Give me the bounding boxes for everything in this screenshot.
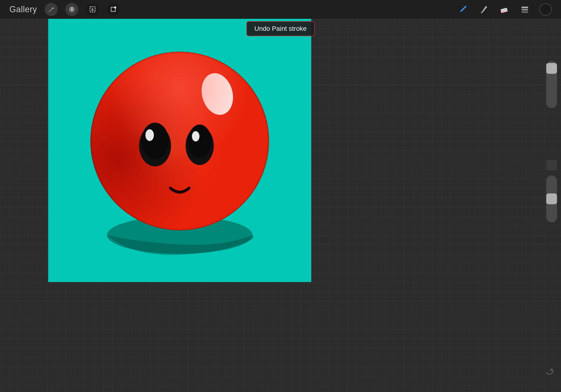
brush-size-thumb[interactable] (546, 63, 557, 74)
svg-rect-8 (521, 11, 528, 13)
svg-point-21 (192, 131, 199, 142)
toolbar-right (457, 3, 552, 15)
wrench-tool-button[interactable] (45, 3, 58, 16)
brush-tool-button[interactable] (457, 3, 469, 15)
toolbar: Gallery S (0, 0, 561, 19)
svg-point-17 (141, 123, 169, 159)
redo-button[interactable] (543, 365, 556, 378)
gallery-button[interactable]: Gallery (9, 4, 37, 14)
canvas-container[interactable] (48, 19, 311, 282)
svg-point-20 (188, 125, 211, 158)
smudge-tool-button[interactable] (477, 3, 490, 15)
opacity-slider[interactable] (546, 175, 557, 222)
svg-rect-7 (521, 9, 528, 11)
modifier-button[interactable] (546, 160, 557, 171)
color-picker-button[interactable] (539, 3, 552, 15)
layers-tool-button[interactable] (519, 3, 531, 15)
eraser-tool-button[interactable] (498, 3, 510, 15)
toolbar-left: Gallery S (9, 3, 457, 16)
svg-rect-6 (521, 7, 528, 8)
svg-text:S: S (91, 8, 94, 11)
transform-tool-button[interactable] (107, 3, 120, 16)
opacity-thumb[interactable] (546, 193, 557, 204)
artwork-canvas (48, 19, 311, 282)
right-sidebar (542, 19, 561, 392)
svg-point-18 (145, 129, 154, 141)
brush-size-slider[interactable] (546, 61, 557, 108)
adjustments-tool-button[interactable] (65, 3, 78, 16)
selection-tool-button[interactable]: S (86, 3, 99, 16)
